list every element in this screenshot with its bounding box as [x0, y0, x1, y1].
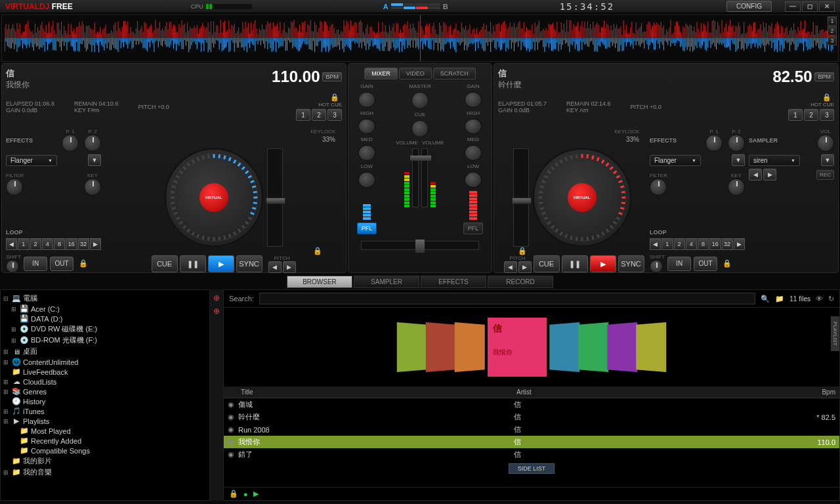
tree-item[interactable]: ⊞🎵iTunes: [3, 406, 207, 416]
config-button[interactable]: CONFIG: [726, 1, 772, 12]
deck-a-bpm[interactable]: 110.00: [272, 68, 320, 86]
fx-toggle[interactable]: ▼: [88, 154, 101, 166]
lock-icon[interactable]: 🔒: [79, 259, 88, 268]
lock-icon[interactable]: 🔒: [788, 93, 831, 102]
lock-icon[interactable]: 🔒: [313, 247, 322, 255]
video-tab[interactable]: VIDEO: [399, 68, 432, 79]
tree-item[interactable]: 📁LiveFeedback: [3, 367, 207, 377]
fx-select-b[interactable]: Flanger: [650, 155, 701, 166]
loop-out[interactable]: OUT: [50, 257, 74, 271]
tree-item[interactable]: ⊞🖥桌面: [3, 346, 207, 357]
play-button-b[interactable]: ▶: [590, 255, 616, 272]
jog-wheel-a[interactable]: VIRTUAL: [165, 148, 263, 247]
tree-item[interactable]: 💾DATA (D:): [3, 314, 207, 324]
effects-tab[interactable]: EFFECTS: [421, 276, 486, 288]
tree-item[interactable]: ⊞☁CloudLists: [3, 377, 207, 387]
shift-knob[interactable]: [6, 260, 19, 273]
filter-knob[interactable]: [6, 178, 23, 196]
folder-icon[interactable]: 📁: [775, 295, 784, 303]
sync-button[interactable]: SYNC: [236, 255, 262, 272]
crossfader[interactable]: [361, 241, 479, 250]
tree-item[interactable]: ⊞🌐ContentUnlimited: [3, 357, 207, 367]
gain-knob-b[interactable]: [465, 92, 482, 108]
tree-item[interactable]: 📁Recently Added: [3, 436, 207, 446]
cover-flow[interactable]: 信我恨你: [224, 308, 839, 387]
wave-page-buttons[interactable]: 123: [828, 16, 837, 45]
wave-overview[interactable]: 123: [1, 14, 839, 62]
record-tab[interactable]: RECORD: [488, 276, 553, 288]
cue-button[interactable]: CUE: [152, 255, 178, 272]
cue-knob[interactable]: [411, 120, 429, 137]
search-input[interactable]: [259, 293, 755, 304]
pitch-down[interactable]: ◀: [268, 261, 282, 273]
tree-item[interactable]: 📁Most Played: [3, 426, 207, 436]
browser-tab[interactable]: BROWSER: [287, 276, 352, 288]
track-row[interactable]: ◉錯了信: [224, 448, 839, 461]
tree-item[interactable]: 📁Compatible Songs: [3, 446, 207, 455]
low-knob-a[interactable]: [358, 172, 375, 188]
sampler-tab[interactable]: SAMPLER: [354, 276, 419, 288]
hotcue-2[interactable]: 2: [312, 109, 326, 121]
pause-button-b[interactable]: ❚❚: [562, 255, 588, 272]
tree-item[interactable]: ⊞💿DVD RW 磁碟機 (E:): [3, 324, 207, 335]
close-button[interactable]: ✕: [819, 1, 835, 12]
hotcue-1[interactable]: 1: [296, 109, 310, 121]
lock-icon[interactable]: 🔒: [723, 259, 732, 268]
sidelist-button[interactable]: SIDE LIST: [509, 463, 555, 474]
pitch-slider-b[interactable]: [513, 148, 529, 247]
low-knob-b[interactable]: [465, 172, 482, 188]
tree-item[interactable]: ⊞📚Genres: [3, 387, 207, 396]
pfl-b[interactable]: PFL: [463, 222, 484, 234]
rec-button[interactable]: REC: [816, 170, 834, 180]
high-knob-b[interactable]: [465, 119, 482, 135]
maximize-button[interactable]: ◻: [802, 1, 818, 12]
mixer-tab[interactable]: MIXER: [364, 68, 398, 79]
tree-item[interactable]: ⊞💾Acer (C:): [3, 304, 207, 314]
fx-p2-knob[interactable]: [84, 135, 101, 152]
med-knob-a[interactable]: [358, 145, 375, 161]
sync-button-b[interactable]: SYNC: [618, 255, 644, 272]
lock-icon[interactable]: 🔒: [518, 247, 527, 255]
tree-item[interactable]: ⊞💿BD-ROM 光碟機 (F:): [3, 335, 207, 346]
key-knob[interactable]: [84, 178, 101, 196]
loop-in[interactable]: IN: [24, 257, 47, 271]
cue-button-b[interactable]: CUE: [534, 255, 560, 272]
tree-item[interactable]: ⊞📁我的音樂: [3, 467, 207, 478]
bpm-badge[interactable]: BPM: [322, 72, 342, 81]
tree-item[interactable]: ⊞▶Playlists: [3, 416, 207, 426]
play-button[interactable]: ▶: [208, 255, 234, 272]
tree-item[interactable]: 🕘History: [3, 396, 207, 406]
gain-knob-a[interactable]: [358, 92, 375, 108]
track-row[interactable]: ◉Run 2008信: [224, 423, 839, 436]
track-row[interactable]: ◉我恨你信110.0: [224, 436, 839, 448]
pause-button[interactable]: ❚❚: [180, 255, 206, 272]
globe-icon[interactable]: ●: [243, 490, 248, 498]
track-row[interactable]: ◉幹什麼信* 82.5: [224, 411, 839, 423]
volume-fader-a[interactable]: [412, 148, 419, 207]
minimize-button[interactable]: —: [785, 1, 801, 12]
scratch-tab[interactable]: SCRATCH: [433, 68, 476, 79]
med-knob-b[interactable]: [465, 145, 482, 161]
view-icon[interactable]: 👁: [816, 295, 823, 303]
sampler-select-b[interactable]: siren: [749, 155, 800, 166]
search-icon[interactable]: 🔍: [761, 295, 770, 303]
folder-tree[interactable]: ⊟💻電腦⊞💾Acer (C:)💾DATA (D:)⊞💿DVD RW 磁碟機 (E…: [0, 289, 210, 501]
play-icon[interactable]: ▶: [253, 490, 259, 498]
pitch-slider-a[interactable]: [267, 148, 283, 247]
tree-item[interactable]: ⊟💻電腦: [3, 293, 207, 304]
pitch-up[interactable]: ▶: [283, 261, 296, 273]
fx-p1-knob[interactable]: [62, 135, 79, 152]
tree-side-buttons[interactable]: ⊕⊕: [210, 289, 223, 501]
tree-item[interactable]: 📁我的影片: [3, 455, 207, 467]
loop-next[interactable]: ▶: [90, 238, 101, 250]
pfl-a[interactable]: PFL: [357, 222, 377, 234]
loop-prev[interactable]: ◀: [6, 238, 17, 250]
lock-icon[interactable]: 🔒: [296, 93, 339, 102]
refresh-icon[interactable]: ↻: [828, 295, 834, 303]
deck-b-bpm[interactable]: 82.50: [772, 68, 812, 86]
master-knob[interactable]: [411, 92, 429, 109]
track-row[interactable]: ◉傷城信: [224, 398, 839, 411]
volume-fader-b[interactable]: [421, 148, 428, 207]
table-header[interactable]: TitleArtistBpm: [224, 387, 839, 398]
playlist-tab[interactable]: PLAYLIST: [831, 316, 839, 351]
